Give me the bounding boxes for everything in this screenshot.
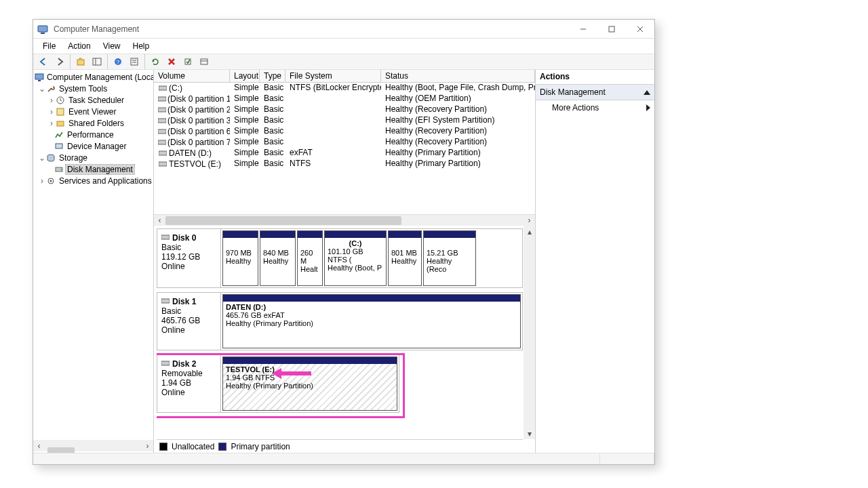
disk-2[interactable]: Disk 2 Removable 1.94 GB Online TESTVOL … [157,354,399,413]
menu-action[interactable]: Action [62,40,96,52]
volume-list[interactable]: Volume Layout Type File System Status (C… [154,70,535,226]
legend-unallocated-label: Unallocated [172,442,214,451]
actions-section-label: Disk Management [540,87,606,97]
scroll-up-icon[interactable]: ▴ [524,226,535,237]
volume-row[interactable]: (Disk 0 partition 3)SimpleBasicHealthy (… [154,115,535,126]
tree-shared-folders-label: Shared Folders [67,119,125,128]
legend-swatch-unallocated [159,443,167,451]
minimize-button[interactable] [569,20,597,39]
scroll-down-icon[interactable]: ▾ [524,428,535,439]
chevron-right-icon[interactable]: › [48,119,55,128]
disk-0-info[interactable]: Disk 0 Basic 119.12 GB Online [157,229,221,287]
volume-row[interactable]: (Disk 0 partition 2)SimpleBasicHealthy (… [154,104,535,115]
disk-0[interactable]: Disk 0 Basic 119.12 GB Online 970 MBHeal… [157,228,523,288]
clock-icon [55,95,66,106]
drive-icon [158,85,167,92]
disk-1[interactable]: Disk 1 Basic 465.76 GB Online DATEN (D:)… [157,292,523,350]
disk0-partition-2[interactable]: 840 MBHealthy [260,230,296,286]
volumes-hscrollbar[interactable]: ‹ › [154,214,535,226]
disk0-partition-3[interactable]: 260 MHealt [297,230,323,286]
chevron-right-icon[interactable]: › [48,107,55,117]
status-bar [33,453,654,464]
disk-1-info[interactable]: Disk 1 Basic 465.76 GB Online [157,293,221,350]
tree-root[interactable]: Computer Management (Local) [33,71,153,83]
volume-row[interactable]: (C:)SimpleBasicNTFS (BitLocker Encrypted… [154,83,535,94]
tree-device-manager[interactable]: Device Manager [33,140,153,152]
scroll-left-icon[interactable]: ‹ [154,215,165,226]
scroll-thumb[interactable] [47,447,75,453]
disk-name: Disk 1 [161,297,216,306]
forward-button[interactable] [52,54,67,69]
volume-row[interactable]: TESTVOL (E:)SimpleBasicNTFSHealthy (Prim… [154,159,535,169]
tree-task-scheduler[interactable]: › Task Scheduler [33,94,153,106]
chevron-right-icon[interactable]: › [39,176,45,186]
scroll-thumb[interactable] [165,216,401,225]
disk-size: 465.76 GB [161,316,216,325]
separator [70,54,71,69]
svg-rect-11 [131,58,138,65]
navigation-tree[interactable]: Computer Management (Local) ⌄ System Too… [33,70,154,453]
scroll-left-icon[interactable]: ‹ [33,441,45,451]
action2-button[interactable] [197,54,212,69]
volume-row[interactable]: DATEN (D:)SimpleBasicexFATHealthy (Prima… [154,148,535,159]
disk0-partition-6[interactable]: 15.21 GBHealthy (Reco [423,230,476,286]
disk2-partition-testvol[interactable]: TESTVOL (E:)1.94 GB NTFSHealthy (Primary… [222,357,397,411]
disk-2-info[interactable]: Disk 2 Removable 1.94 GB Online [157,355,221,412]
refresh-button[interactable] [148,54,163,69]
help-button[interactable]: ? [111,54,125,69]
svg-rect-31 [158,97,166,101]
event-icon [55,106,66,117]
menu-file[interactable]: File [37,40,61,52]
tree-services-label: Services and Applications [58,176,153,186]
actions-section[interactable]: Disk Management [536,85,654,100]
volume-row[interactable]: (Disk 0 partition 1)SimpleBasicHealthy (… [154,94,535,104]
disk-vscrollbar[interactable]: ▴ ▾ [524,226,535,439]
tree-system-tools[interactable]: ⌄ System Tools [33,83,153,94]
collapse-up-icon[interactable] [644,90,650,95]
actions-more-label: More Actions [552,103,599,113]
scroll-right-icon[interactable]: › [142,441,153,451]
tree-disk-management[interactable]: Disk Management [33,163,153,175]
tree-shared-folders[interactable]: › Shared Folders [33,117,153,129]
action1-button[interactable] [180,54,195,69]
volume-row[interactable]: (Disk 0 partition 7)SimpleBasicHealthy (… [154,137,535,148]
col-layout[interactable]: Layout [230,70,260,82]
col-fs[interactable]: File System [285,70,381,82]
tree-performance[interactable]: Performance [33,129,153,140]
chevron-down-icon[interactable]: ⌄ [39,84,45,94]
maximize-button[interactable] [597,20,626,39]
volume-row[interactable]: (Disk 0 partition 6)SimpleBasicHealthy (… [154,126,535,137]
disk-type: Basic [161,243,216,252]
col-status[interactable]: Status [381,70,535,82]
tree-event-viewer[interactable]: › Event Viewer [33,106,153,117]
volume-list-header[interactable]: Volume Layout Type File System Status [154,70,535,83]
back-button[interactable] [36,54,51,69]
delete-button[interactable] [164,54,179,69]
tree-storage[interactable]: ⌄ Storage [33,152,153,163]
properties-button[interactable] [127,54,142,69]
col-volume[interactable]: Volume [154,70,230,82]
svg-rect-30 [159,86,167,90]
tree-services[interactable]: › Services and Applications [33,175,153,186]
close-button[interactable] [626,20,654,39]
disk0-partition-1[interactable]: 970 MBHealthy [222,230,258,286]
actions-more[interactable]: More Actions [536,100,654,115]
disk1-partition-daten[interactable]: DATEN (D:)465.76 GB exFATHealthy (Primar… [222,294,521,348]
chevron-right-icon[interactable]: › [48,96,55,105]
show-hide-tree-button[interactable] [90,54,104,69]
up-button[interactable] [73,54,88,69]
chevron-down-icon[interactable]: ⌄ [39,153,45,163]
menu-help[interactable]: Help [127,40,155,52]
storage-icon [45,152,56,163]
disk0-partition-c[interactable]: (C:)101.10 GB NTFS (Healthy (Boot, P [324,230,387,286]
tree-hscrollbar[interactable]: ‹ › [33,440,153,451]
scroll-right-icon[interactable]: › [524,215,535,226]
titlebar[interactable]: Computer Management [33,20,654,39]
menu-view[interactable]: View [98,40,126,52]
volume-name: (Disk 0 partition 2) [167,105,230,115]
disk-size: 1.94 GB [161,378,216,388]
disk0-partition-5[interactable]: 801 MBHealthy [388,230,422,286]
col-type[interactable]: Type [260,70,285,82]
disk-type: Basic [161,306,216,316]
menu-bar: File Action View Help [33,39,654,54]
